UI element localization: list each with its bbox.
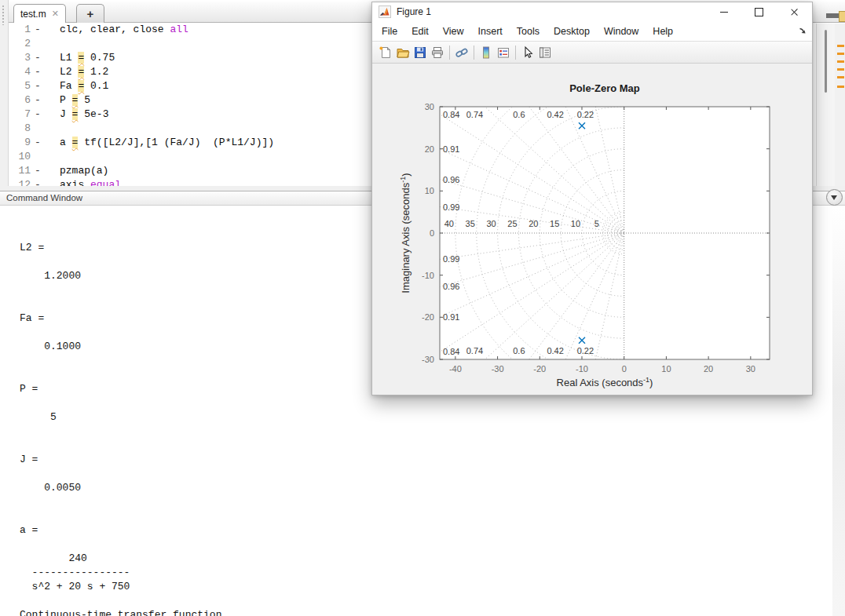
link-plot-icon <box>455 46 469 60</box>
svg-text:20: 20 <box>704 364 713 374</box>
breakpoint-dash[interactable]: - <box>31 65 45 79</box>
editor-split-handle[interactable] <box>826 13 840 18</box>
toolbar-separator <box>474 46 474 60</box>
insert-legend-button[interactable] <box>495 44 512 61</box>
menu-item-view[interactable]: View <box>436 26 471 37</box>
menu-item-tools[interactable]: Tools <box>510 26 547 37</box>
warning-mark[interactable] <box>837 60 844 63</box>
maximize-button[interactable] <box>741 2 777 21</box>
code-text <box>45 37 60 51</box>
open-file-icon <box>396 46 410 60</box>
edit-plot-button[interactable] <box>519 44 536 61</box>
tab-close-icon[interactable]: ✕ <box>52 9 59 18</box>
insert-legend-icon <box>496 46 510 60</box>
svg-text:15: 15 <box>550 219 559 228</box>
toolbar-separator <box>449 46 450 60</box>
editor-scrollbar-thumb[interactable] <box>825 30 827 93</box>
breakpoint-dash[interactable]: - <box>31 79 45 93</box>
svg-text:0.74: 0.74 <box>466 346 483 355</box>
output-line: 240 <box>20 552 832 566</box>
svg-text:-30: -30 <box>492 364 504 374</box>
breakpoint-dash[interactable]: - <box>31 23 45 37</box>
svg-text:25: 25 <box>507 219 517 228</box>
code-text <box>45 150 60 164</box>
mlint-summary-indicator[interactable] <box>839 11 845 22</box>
panel-grip[interactable] <box>0 0 9 186</box>
code-text: J = 5e-3 <box>45 108 108 122</box>
close-button[interactable] <box>777 2 812 21</box>
warning-mark[interactable] <box>837 76 844 78</box>
save-figure-button[interactable] <box>412 44 429 61</box>
figure-window: Figure 1 FileEditViewInsertToolsDesktopW… <box>371 2 813 395</box>
menu-item-help[interactable]: Help <box>646 26 680 37</box>
menu-item-desktop[interactable]: Desktop <box>547 26 597 37</box>
output-line <box>20 396 832 410</box>
breakpoint-dash[interactable]: - <box>31 108 45 122</box>
output-line: ---------------- <box>20 566 832 580</box>
svg-text:-40: -40 <box>449 364 462 374</box>
svg-text:5: 5 <box>594 219 599 228</box>
svg-text:0: 0 <box>622 364 627 374</box>
new-tab-button[interactable]: + <box>76 4 104 23</box>
svg-text:0.22: 0.22 <box>577 346 594 355</box>
code-text: Fa = 0.1 <box>45 79 108 93</box>
breakpoint-dash[interactable] <box>31 150 45 164</box>
code-text: L1 = 0.75 <box>45 51 115 65</box>
matlab-logo-icon <box>379 5 391 18</box>
figure-titlebar[interactable]: Figure 1 <box>372 2 812 21</box>
code-text: P = 5 <box>45 93 90 108</box>
breakpoint-dash[interactable]: - <box>31 164 45 178</box>
code-text: a = tf([L2/J],[1 (Fa/J) (P*L1/J)]) <box>45 136 274 150</box>
menu-item-file[interactable]: File <box>375 26 404 37</box>
output-line <box>20 467 832 481</box>
breakpoint-dash[interactable] <box>31 37 45 51</box>
output-line <box>20 439 832 453</box>
warning-mark[interactable] <box>837 86 844 88</box>
print-figure-button[interactable] <box>429 44 446 61</box>
editor-scrollbar[interactable] <box>816 24 836 186</box>
chart-title: Pole-Zero Map <box>569 82 640 94</box>
line-number: 9 <box>9 136 31 150</box>
output-line <box>20 495 832 509</box>
code-text: clc, clear, close all <box>45 23 188 37</box>
line-number: 1 <box>9 23 31 37</box>
warning-mark[interactable] <box>837 45 844 47</box>
breakpoint-dash[interactable]: - <box>31 93 45 108</box>
insert-colorbar-button[interactable] <box>477 44 495 61</box>
warning-mark[interactable] <box>837 53 844 55</box>
breakpoint-dash[interactable]: - <box>31 178 45 186</box>
line-number: 7 <box>9 108 31 122</box>
new-figure-icon <box>379 46 393 60</box>
insert-colorbar-icon <box>479 46 493 60</box>
breakpoint-dash[interactable]: - <box>31 51 45 65</box>
svg-text:0.96: 0.96 <box>443 175 459 184</box>
grip-dots-icon <box>2 5 5 25</box>
link-plot-button[interactable] <box>453 44 470 61</box>
toolbar-separator <box>515 46 516 60</box>
svg-text:0: 0 <box>430 228 434 238</box>
menu-item-window[interactable]: Window <box>597 26 646 37</box>
dock-figure-icon[interactable] <box>798 26 807 35</box>
breakpoint-dash[interactable] <box>31 122 45 136</box>
code-text: L2 = 1.2 <box>45 65 108 79</box>
breakpoint-dash[interactable]: - <box>31 136 45 150</box>
x-axis-label: Real Axis (seconds-1) <box>557 376 653 388</box>
warning-mark[interactable] <box>837 68 844 71</box>
svg-text:0.91: 0.91 <box>443 312 459 322</box>
svg-text:35: 35 <box>466 219 475 228</box>
property-inspector-button[interactable] <box>536 44 554 61</box>
line-number: 3 <box>9 51 31 65</box>
menu-item-edit[interactable]: Edit <box>404 26 436 37</box>
pzmap-svg[interactable]: 0.220.220.420.420.60.60.740.740.840.840.… <box>372 64 810 394</box>
tab-test-m[interactable]: test.m ✕ <box>13 4 66 23</box>
menu-item-insert[interactable]: Insert <box>471 26 510 37</box>
print-figure-icon <box>430 46 444 60</box>
svg-text:-20: -20 <box>533 364 546 374</box>
open-file-button[interactable] <box>394 44 412 61</box>
output-line <box>20 509 832 523</box>
new-figure-button[interactable] <box>377 44 394 61</box>
command-window-scrollbar[interactable] <box>832 206 845 616</box>
panel-collapse-button[interactable] <box>826 189 843 206</box>
minimize-button[interactable] <box>706 2 741 21</box>
y-axis-label: Imaginary Axis (seconds-1) <box>399 173 412 293</box>
